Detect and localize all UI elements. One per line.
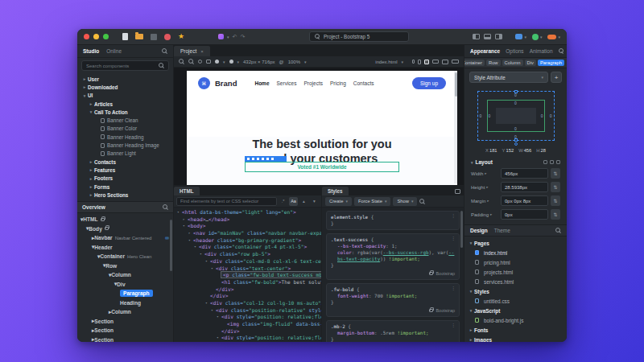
tab-studio[interactable]: Studio [83, 48, 99, 54]
tree-arrow-icon[interactable]: ▸ [468, 337, 474, 342]
brand-name[interactable]: Brand [215, 79, 237, 88]
component-tree-item-user[interactable]: ▸User [77, 75, 173, 83]
overview-item-body[interactable]: ▾Body [77, 224, 173, 234]
resize-handle-bottom[interactable] [514, 138, 518, 142]
move-icon[interactable] [247, 158, 250, 160]
component-tree-item-downloaded[interactable]: ▸Downloaded [77, 83, 173, 91]
code-line[interactable]: ▾<div class="position-relative" style="d… [175, 307, 321, 315]
zoom-dropdown-icon[interactable]: ▾ [304, 60, 307, 64]
component-tree-item-banner-clean[interactable]: Banner Clean [77, 116, 173, 124]
overview-scrollbar[interactable] [170, 220, 172, 271]
code-line[interactable]: ▾<div class="text-center"> [175, 265, 321, 273]
css-rule-elementstyle[interactable]: ⋮element.style {} [326, 211, 460, 230]
overview-item-section[interactable]: ▸Section [77, 317, 173, 327]
component-tree-item-banner-heading-image[interactable]: Banner Heading Image [77, 141, 173, 149]
tree-arrow-icon[interactable]: ▾ [468, 289, 474, 294]
page-select[interactable]: index.html [375, 60, 397, 64]
more-icon[interactable]: ⋮ [451, 212, 456, 219]
stepper-icon[interactable]: ⇅ [551, 195, 560, 206]
breadcrumb-column[interactable]: Column [502, 60, 523, 66]
code-line[interactable]: ▸<head>…</head> [175, 216, 321, 224]
component-tree-item-banner-color[interactable]: Banner Color [77, 125, 173, 133]
add-attribute-button[interactable]: + [551, 72, 562, 83]
tab-online[interactable]: Online [106, 48, 122, 54]
tree-arrow-icon[interactable]: ▸ [88, 167, 94, 172]
history-icon[interactable] [198, 60, 202, 64]
window-title-search[interactable]: Project - Bootstrap 5 [309, 31, 409, 42]
design-file-index-html[interactable]: index.html [464, 248, 567, 257]
code-line[interactable]: ▾<header class="bg-primary-gradient"> [175, 237, 321, 245]
overview-item-column[interactable]: ▸Column [77, 307, 173, 317]
design-group-styles[interactable]: ▾Styles [464, 286, 567, 296]
component-tree-item-call-to-action[interactable]: ▾Call To Action [77, 108, 173, 116]
highlight-icon[interactable] [229, 60, 233, 64]
overview-item-row[interactable]: ▾Row [77, 261, 173, 271]
margin-input[interactable]: 0px 0px 8px [501, 195, 548, 206]
design-group-javascript[interactable]: ▾JavaScript [464, 306, 567, 315]
height-input[interactable]: 28.5938px [501, 182, 548, 192]
create-button[interactable]: Create▾ [325, 197, 352, 206]
highlight-dropdown-icon[interactable]: ▾ [237, 60, 240, 64]
component-tree-item-banner-light[interactable]: Banner Light [77, 150, 173, 158]
code-line[interactable]: ▾<div style="position: relative;flex: 0 … [175, 314, 321, 321]
outline-view-icon[interactable] [206, 60, 211, 64]
tree-arrow-icon[interactable]: ▾ [88, 109, 94, 114]
css-rule-text-success[interactable]: ⋮.text-success {--bs-text-opacity: 1;col… [326, 233, 460, 280]
styles-scrollbar[interactable] [460, 211, 463, 248]
code-line[interactable]: <img class="img-fluid" data-bss-parallax… [175, 321, 321, 328]
component-tree-item-banner-heading[interactable]: Banner Heading [77, 133, 173, 141]
component-tree-item-forms[interactable]: ▸Forms [77, 183, 173, 191]
width-input[interactable]: 456px [501, 168, 548, 179]
padding-input[interactable]: 0px [501, 209, 548, 220]
component-tree-item-contacts[interactable]: ▸Contacts [77, 158, 173, 166]
edit-icon[interactable] [257, 158, 259, 160]
more-icon[interactable]: ⋮ [451, 285, 456, 291]
overview-item-container[interactable]: ▾ContainerHero Clean [77, 252, 173, 261]
zoom-out-icon[interactable] [188, 59, 194, 64]
nav-link-contacts[interactable]: Contacts [353, 80, 374, 86]
chevron-right-icon[interactable]: ▸ [487, 199, 489, 203]
code-line[interactable]: <p class="fw-bold text-success mb-2">Vot… [175, 272, 321, 279]
layout-section-header[interactable]: ▾ Layout [464, 156, 567, 168]
redo-icon[interactable]: ↷ [240, 34, 245, 40]
phone-small-icon[interactable] [412, 60, 415, 64]
code-line[interactable]: ▾<html data-bs-theme="light" lang="en"> [175, 209, 321, 216]
search-icon[interactable] [162, 48, 167, 54]
zoom-in-icon[interactable] [179, 59, 184, 64]
css-property-line[interactable]: font-weight: 700 !important; [331, 293, 455, 299]
content-box[interactable] [496, 108, 536, 124]
stepper-icon[interactable]: ⇅ [551, 182, 560, 192]
overview-item-heading[interactable]: Heading [77, 298, 173, 308]
regex-toggle[interactable]: .* [279, 197, 287, 206]
design-file-projects-html[interactable]: projects.html [464, 267, 567, 277]
page-select-dropdown-icon[interactable]: ▾ [401, 60, 403, 64]
chevron-right-icon[interactable]: ▸ [490, 212, 492, 216]
tab-animation[interactable]: Animation [530, 48, 553, 54]
toggle-bottom-panel-icon[interactable] [484, 34, 491, 39]
more-icon[interactable]: ⋮ [451, 322, 456, 328]
design-group-pages[interactable]: ▾Pages [464, 238, 567, 248]
more-icon[interactable]: ⋮ [451, 235, 456, 241]
css-property-line[interactable]: --bs-text-opacity: 1; [331, 243, 455, 249]
code-line[interactable]: ▾<div class="container pt-4 pt-xl-5"> [175, 244, 321, 251]
find-previous-icon[interactable]: ▴ [299, 197, 308, 206]
css-property-line[interactable]: margin-bottom: .5rem !important; [331, 330, 455, 336]
signup-button[interactable]: Sign up [412, 77, 446, 89]
breadcrumb-container[interactable]: Container [464, 60, 485, 66]
chevron-right-icon[interactable]: ▸ [485, 171, 486, 175]
zoom-window-button[interactable] [103, 34, 109, 39]
design-file-untitled-css[interactable]: untitled.css [464, 296, 567, 306]
code-line[interactable]: </div> [175, 293, 321, 300]
component-tree-item-ui[interactable]: ▾UI [77, 92, 173, 100]
component-tree-item-footers[interactable]: ▸Footers [77, 175, 173, 183]
code-line[interactable]: ▾<body> [175, 223, 321, 230]
search-icon[interactable] [555, 228, 561, 233]
overview-item-header[interactable]: ▾Header [77, 243, 173, 253]
resize-handle-top[interactable] [514, 90, 518, 93]
minimize-window-button[interactable] [93, 34, 99, 39]
code-line[interactable]: ▾<div class="col-12 col-lg-10 ms-auto"> [175, 300, 321, 307]
breadcrumb-row[interactable]: Row [486, 60, 501, 66]
components-search-input[interactable] [86, 64, 159, 68]
preview-button[interactable]: ▾ [515, 34, 526, 39]
selected-paragraph[interactable]: Voted #1 Worldwide [245, 162, 399, 172]
